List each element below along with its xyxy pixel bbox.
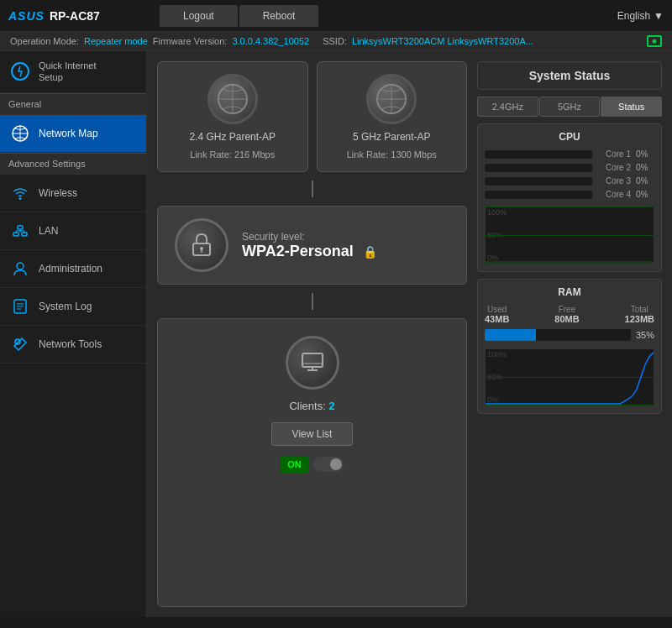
ssid-label: SSID: [323,36,347,46]
cpu-core-1-label: Core 1 [597,149,631,159]
cpu-core-2-label: Core 2 [597,163,631,172]
sidebar: Quick InternetSetup General Network Map … [0,51,147,617]
infobar: Operation Mode: Repeater mode Firmware V… [0,32,672,51]
toggle-switch[interactable] [313,457,344,472]
ap-5ghz-rate: Link Rate: 1300 Mbps [347,149,437,160]
sidebar-item-quick-internet[interactable]: Quick InternetSetup [0,51,146,93]
security-value: WPA2-Personal 🔒 [242,243,377,260]
network-tools-icon [10,334,30,354]
quick-internet-icon [10,61,30,81]
ram-pct: 35% [636,330,654,340]
cpu-core-3-label: Core 3 [597,176,631,186]
logo-area: ASUS RP-AC87 [0,9,160,23]
asus-logo: ASUS [8,9,45,23]
clients-label: Clients: [289,400,325,412]
status-tabs: 2.4GHz 5GHz Status [477,97,662,117]
ram-graph: 100% 50% 0% [485,348,654,406]
sidebar-item-system-log[interactable]: System Log [0,288,146,326]
parent-aps: 2.4 GHz Parent-AP Link Rate: 216 Mbps [157,61,467,172]
network-map-panel: 2.4 GHz Parent-AP Link Rate: 216 Mbps [157,61,467,607]
tab-5ghz[interactable]: 5GHz [539,97,601,117]
cpu-core-3-pct: 0% [636,176,654,186]
svg-point-21 [218,85,247,113]
ram-free-value: 80MB [554,314,579,324]
reboot-button[interactable]: Reboot [239,5,319,27]
sidebar-item-label: System Log [39,301,92,312]
ap-24ghz-icon [207,74,258,124]
ssid-value: LinksysWRT3200ACM LinksysWRT3200A... [352,36,533,46]
ap-24ghz-name: 2.4 GHz Parent-AP [189,131,276,143]
ap-24ghz-rate: Link Rate: 216 Mbps [190,149,275,160]
sidebar-item-wireless[interactable]: Wireless [0,175,146,212]
sidebar-item-network-map[interactable]: Network Map [0,115,146,153]
cpu-core-3-row: Core 3 0% [485,176,654,186]
model-name: RP-AC87 [50,9,100,23]
sidebar-item-administration[interactable]: Administration [0,250,146,288]
ram-used-label: Used [485,305,509,314]
nav-buttons: Logout Reboot [160,5,617,27]
tab-24ghz[interactable]: 2.4GHz [477,97,538,117]
clients-card: Clients: 2 View List ON [157,318,467,607]
clients-number: 2 [328,400,334,412]
svg-rect-29 [302,353,323,367]
connector-line-2 [157,293,467,310]
sidebar-item-label: LAN [39,225,58,237]
clients-count: Clients: 2 [289,400,334,412]
ram-total-value: 123MB [625,314,654,324]
ram-free-label: Free [554,305,579,314]
toggle-container: ON [281,456,344,473]
cpu-core-1-row: Core 1 0% [485,149,654,159]
svg-rect-6 [22,233,27,236]
language-selector[interactable]: English ▼ [617,10,664,22]
ram-title: RAM [485,286,654,298]
cpu-core-4-row: Core 4 0% [485,190,654,199]
language-label: English [617,10,650,22]
cpu-graph: 100% 50% 0% [485,206,654,264]
administration-icon [10,259,30,279]
cpu-core-2-pct: 0% [636,163,654,172]
system-log-icon [10,296,30,317]
security-card: Security level: WPA2-Personal 🔒 [157,206,467,285]
cpu-core-1-bar [485,150,592,159]
cpu-core-4-label: Core 4 [597,190,631,199]
cpu-core-2-bar [485,164,592,172]
ram-used-stat: Used 43MB [485,305,509,324]
view-list-button[interactable]: View List [271,422,354,446]
security-text: Security level: WPA2-Personal 🔒 [242,231,377,260]
security-label: Security level: [242,231,377,243]
sidebar-item-network-tools[interactable]: Network Tools [0,326,146,364]
sidebar-item-label: Quick InternetSetup [39,60,96,84]
advanced-section-label: Advanced Settings [0,153,146,175]
svg-rect-7 [18,226,23,229]
general-section-label: General [0,93,146,115]
cpu-core-4-bar [485,191,592,199]
ram-total-stat: Total 123MB [625,305,654,324]
operation-mode-label: Operation Mode: [10,36,79,46]
ram-section: RAM Used 43MB Free 80MB Total 123MB [477,279,662,414]
cpu-section: CPU Core 1 0% Core 2 0% [477,123,662,272]
client-icon [286,336,339,390]
logout-button[interactable]: Logout [160,5,238,27]
ap-5ghz-name: 5 GHz Parent-AP [353,131,431,143]
tab-status[interactable]: Status [601,97,662,117]
ram-stats: Used 43MB Free 80MB Total 123MB [485,305,654,324]
system-status-panel: System Status 2.4GHz 5GHz Status CPU Cor… [477,61,662,607]
cpu-core-2-row: Core 2 0% [485,163,654,172]
topbar: ASUS RP-AC87 Logout Reboot English ▼ [0,0,672,32]
cpu-core-4-pct: 0% [636,190,654,199]
toggle-on-label: ON [281,456,308,473]
sidebar-item-label: Network Map [39,128,98,139]
cpu-core-1-pct: 0% [636,149,654,159]
chevron-down-icon: ▼ [654,10,664,22]
svg-point-25 [377,85,406,113]
system-status-header: System Status [477,61,662,90]
sidebar-item-label: Network Tools [39,338,102,350]
network-map-icon [10,123,30,144]
svg-rect-5 [13,233,18,236]
connector-line-1 [157,181,467,197]
sidebar-item-lan[interactable]: LAN [0,212,146,250]
firmware-value[interactable]: 3.0.0.4.382_10052 [232,36,309,46]
wireless-icon [10,183,30,203]
operation-mode-value[interactable]: Repeater mode [84,36,148,46]
svg-point-12 [17,263,24,270]
